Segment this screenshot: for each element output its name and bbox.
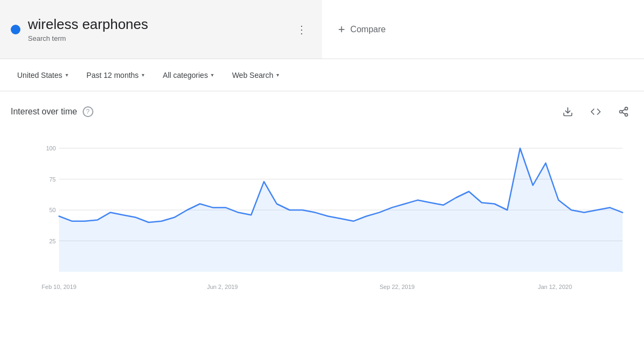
time-filter-label: Past 12 months bbox=[86, 71, 138, 79]
svg-text:25: 25 bbox=[49, 238, 56, 244]
compare-label: Compare bbox=[350, 25, 386, 34]
location-filter-arrow: ▾ bbox=[65, 72, 68, 78]
search-term-label: Search term bbox=[28, 34, 148, 42]
search-term-info: wireless earphones Search term bbox=[28, 16, 148, 42]
compare-button[interactable]: + Compare bbox=[338, 23, 386, 37]
compare-panel: + Compare bbox=[322, 0, 644, 59]
more-options-button[interactable]: ⋮ bbox=[292, 20, 311, 39]
time-filter-arrow: ▾ bbox=[142, 72, 144, 78]
download-button[interactable] bbox=[558, 102, 577, 121]
svg-text:Jun 2, 2019: Jun 2, 2019 bbox=[207, 284, 238, 290]
filters-bar: United States ▾ Past 12 months ▾ All cat… bbox=[0, 59, 644, 91]
interest-actions bbox=[558, 102, 633, 121]
interest-title: Interest over time bbox=[11, 107, 77, 117]
location-filter-label: United States bbox=[17, 71, 62, 79]
svg-text:75: 75 bbox=[49, 176, 56, 183]
search-term-panel: wireless earphones Search term ⋮ bbox=[0, 0, 322, 59]
compare-plus-icon: + bbox=[338, 23, 345, 37]
interest-title-group: Interest over time ? bbox=[11, 106, 93, 117]
category-filter[interactable]: All categories ▾ bbox=[156, 67, 220, 84]
term-dot bbox=[11, 25, 20, 34]
header: wireless earphones Search term ⋮ + Compa… bbox=[0, 0, 644, 59]
chart-container: 255075100Feb 10, 2019Jun 2, 2019Sep 22, … bbox=[11, 132, 633, 320]
location-filter[interactable]: United States ▾ bbox=[11, 67, 75, 84]
svg-text:Feb 10, 2019: Feb 10, 2019 bbox=[42, 284, 77, 290]
search-type-filter-arrow: ▾ bbox=[276, 72, 279, 78]
trend-chart: 255075100Feb 10, 2019Jun 2, 2019Sep 22, … bbox=[38, 132, 628, 304]
svg-text:50: 50 bbox=[49, 207, 56, 213]
svg-text:100: 100 bbox=[46, 145, 56, 151]
category-filter-arrow: ▾ bbox=[211, 72, 214, 78]
interest-header: Interest over time ? bbox=[11, 102, 633, 121]
category-filter-label: All categories bbox=[163, 71, 208, 79]
share-button[interactable] bbox=[614, 102, 633, 121]
svg-line-5 bbox=[622, 109, 625, 111]
svg-text:Sep 22, 2019: Sep 22, 2019 bbox=[379, 284, 414, 290]
svg-text:Jan 12, 2020: Jan 12, 2020 bbox=[538, 284, 572, 290]
svg-line-4 bbox=[622, 112, 625, 114]
help-icon[interactable]: ? bbox=[83, 106, 93, 117]
embed-button[interactable] bbox=[586, 102, 605, 121]
search-type-filter-label: Web Search bbox=[232, 71, 273, 79]
search-type-filter[interactable]: Web Search ▾ bbox=[225, 67, 286, 84]
search-term-title: wireless earphones bbox=[28, 16, 148, 33]
interest-over-time-section: Interest over time ? bbox=[0, 91, 644, 325]
time-filter[interactable]: Past 12 months ▾ bbox=[80, 67, 151, 84]
